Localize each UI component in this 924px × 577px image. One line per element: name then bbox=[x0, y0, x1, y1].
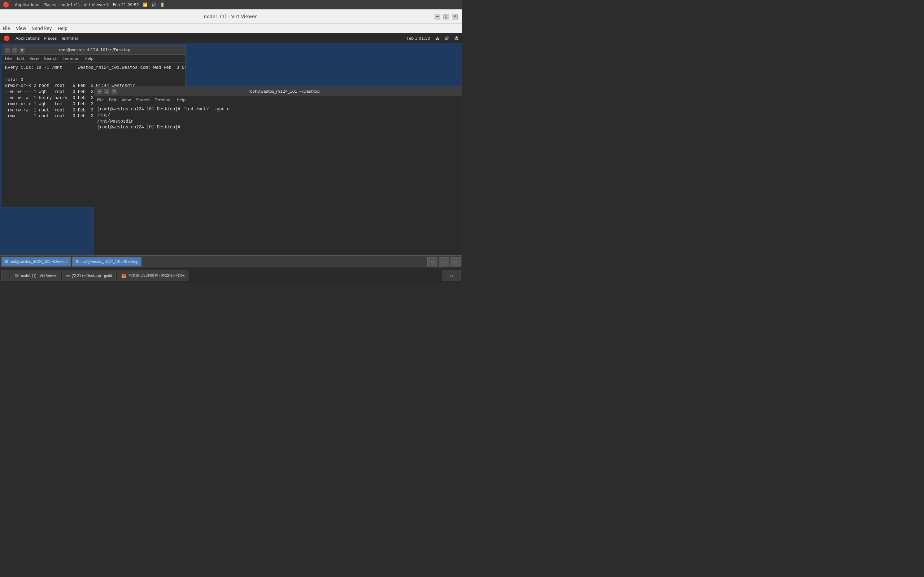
show-desktop-button[interactable] bbox=[2, 270, 10, 281]
terminal-1-close[interactable]: ✕ bbox=[19, 48, 24, 53]
menu-view[interactable]: View bbox=[16, 26, 26, 31]
taskbar-btn-1-icon: 🖥 bbox=[5, 259, 8, 264]
taskbar-btn-1[interactable]: 🖥 root@westos_rh124_101:~/Desktop bbox=[2, 257, 71, 266]
host-topbar-right: 中 Feb 21 09:52 📶 🔊 🔋 bbox=[105, 2, 165, 8]
app-task-firefox[interactable]: 🦊 写文章-CSDN博客 - Mozilla Firefox bbox=[117, 270, 188, 281]
t2-menu-view[interactable]: View bbox=[122, 98, 131, 102]
terminal-1-maximize[interactable]: □ bbox=[12, 48, 17, 53]
t2-menu-search[interactable]: Search bbox=[136, 98, 150, 102]
gedit-task-label: [*2.21 (~/Desktop) - gedit bbox=[72, 274, 112, 278]
terminal-window-2: ─ □ ✕ root@westos_rh124_101:~/Desktop Fi… bbox=[94, 87, 462, 255]
t2-menu-help[interactable]: Help bbox=[176, 98, 186, 102]
t1-menu-help[interactable]: Help bbox=[84, 56, 94, 61]
menu-help[interactable]: Help bbox=[58, 26, 68, 31]
inner-taskbar: 🖥 root@westos_rh124_101:~/Desktop 🖥 root… bbox=[0, 255, 462, 268]
t1-menu-file[interactable]: File bbox=[5, 56, 11, 61]
taskbar-btn-2-icon: 🖥 bbox=[76, 259, 79, 264]
app-task-gedit[interactable]: ✏ [*2.21 (~/Desktop) - gedit bbox=[62, 270, 116, 281]
terminal-2-close[interactable]: ✕ bbox=[111, 89, 116, 94]
app-task-virt-viewer[interactable]: 🖥 node1 (1) - Virt Viewer bbox=[10, 270, 61, 281]
terminal-2-title: root@westos_rh124_101:~/Desktop bbox=[116, 89, 452, 94]
rhel-topbar: 🔴 Applications Places Terminal Feb 3 01:… bbox=[0, 33, 462, 43]
maximize-button[interactable]: □ bbox=[443, 14, 449, 19]
terminal-2-scroll-area: [root@westos_rh124_101 Desktop]# find /m… bbox=[94, 104, 462, 255]
host-volume-icon: 🔊 bbox=[151, 3, 156, 7]
terminal-2-controls: ─ □ ✕ bbox=[97, 89, 116, 94]
rhel-places[interactable]: Places bbox=[44, 36, 57, 41]
terminal-1-controls: ─ □ ✕ bbox=[5, 48, 24, 53]
taskbar-btn-1-label: root@westos_rh124_101:~/Desktop bbox=[10, 259, 68, 264]
gedit-task-icon: ✏ bbox=[66, 273, 70, 279]
redhat-icon: 🔴 bbox=[3, 2, 9, 8]
t2-menu-edit[interactable]: Edit bbox=[109, 98, 116, 102]
terminal-2-text: [root@westos_rh124_101 Desktop]# find /m… bbox=[97, 106, 462, 131]
rhel-applications[interactable]: Applications bbox=[16, 36, 40, 41]
rhel-datetime: Feb 3 01:50 bbox=[407, 36, 430, 41]
terminal-2-content: [root@westos_rh124_101 Desktop]# find /m… bbox=[94, 104, 462, 255]
host-datetime: Feb 21 09:52 bbox=[113, 3, 139, 7]
host-applications-label[interactable]: Applications bbox=[15, 3, 39, 7]
taskbar-right-btn-3[interactable]: □ bbox=[451, 257, 460, 266]
menu-file[interactable]: File bbox=[3, 26, 10, 31]
virt-viewer-title: node1 (1) - Virt Viewer bbox=[26, 14, 435, 19]
firefox-task-icon: 🦊 bbox=[121, 273, 127, 279]
virt-viewer-menubar: File View Send key Help bbox=[0, 24, 462, 33]
terminal-1-title: root@westos_rh124_101:~/Desktop bbox=[24, 48, 165, 52]
minimize-button[interactable]: ─ bbox=[435, 14, 440, 19]
close-button[interactable]: ✕ bbox=[452, 14, 458, 19]
host-input-icon: 中 bbox=[105, 2, 109, 8]
terminal-2-titlebar: ─ □ ✕ root@westos_rh124_101:~/Desktop bbox=[94, 87, 462, 96]
taskbar-right-btn-1[interactable]: □ bbox=[427, 257, 438, 266]
host-battery-icon: 🔋 bbox=[160, 3, 165, 7]
host-topbar-left: 🔴 Applications Places node1 (1) - Virt V… bbox=[3, 2, 105, 8]
host-network-icon: 📶 bbox=[142, 3, 148, 7]
app-task-right-btn-1[interactable]: □ bbox=[443, 270, 460, 281]
menu-send-key[interactable]: Send key bbox=[32, 26, 52, 31]
taskbar-right-btn-2[interactable]: □ bbox=[439, 257, 449, 266]
taskbar-btn-2-label: root@westos_rh124_101:~/Desktop bbox=[81, 259, 138, 264]
terminal-1-menubar: File Edit View Search Terminal Help bbox=[2, 55, 186, 63]
terminal-2-menubar: File Edit View Search Terminal Help bbox=[94, 96, 462, 104]
host-window-title: node1 (1) - Virt Viewer bbox=[60, 3, 105, 7]
host-topbar: 🔴 Applications Places node1 (1) - Virt V… bbox=[0, 0, 462, 10]
app-task-right: □ bbox=[443, 270, 460, 281]
virt-viewer-titlebar: node1 (1) - Virt Viewer ─ □ ✕ bbox=[0, 10, 462, 24]
t2-menu-terminal[interactable]: Terminal bbox=[155, 98, 172, 102]
taskbar-right: □ □ □ bbox=[427, 257, 460, 266]
host-places-label[interactable]: Places bbox=[43, 3, 56, 7]
rhel-power-icon: ⏻ bbox=[454, 36, 459, 41]
t1-menu-view[interactable]: View bbox=[30, 56, 39, 61]
terminal-2-maximize[interactable]: □ bbox=[104, 89, 109, 94]
rhel-network-icon: 🖧 bbox=[435, 36, 439, 41]
firefox-task-label: 写文章-CSDN博客 - Mozilla Firefox bbox=[129, 273, 184, 278]
window-controls: ─ □ ✕ bbox=[435, 14, 458, 19]
t1-menu-search[interactable]: Search bbox=[44, 56, 58, 61]
terminal-2-minimize[interactable]: ─ bbox=[97, 89, 102, 94]
t2-menu-file[interactable]: File bbox=[97, 98, 103, 102]
app-taskbar: 🖥 node1 (1) - Virt Viewer ✏ [*2.21 (~/De… bbox=[0, 268, 462, 283]
t1-menu-terminal[interactable]: Terminal bbox=[63, 56, 80, 61]
virt-viewer-task-icon: 🖥 bbox=[15, 273, 19, 279]
virt-viewer-task-label: node1 (1) - Virt Viewer bbox=[21, 274, 57, 278]
rhel-topbar-right: Feb 3 01:50 🖧 🔊 ⏻ bbox=[407, 36, 459, 41]
desktop-area: ─ □ ✕ root@westos_rh124_101:~/Desktop Fi… bbox=[0, 43, 462, 255]
rhel-volume-icon: 🔊 bbox=[444, 36, 449, 41]
t1-menu-edit[interactable]: Edit bbox=[16, 56, 24, 61]
terminal-1-titlebar: ─ □ ✕ root@westos_rh124_101:~/Desktop bbox=[2, 45, 186, 55]
rhel-redhat-icon: 🔴 bbox=[3, 35, 10, 41]
rhel-terminal[interactable]: Terminal bbox=[61, 36, 78, 41]
terminal-1-minimize[interactable]: ─ bbox=[5, 48, 10, 53]
taskbar-btn-2[interactable]: 🖥 root@westos_rh124_101:~/Desktop bbox=[72, 257, 142, 266]
